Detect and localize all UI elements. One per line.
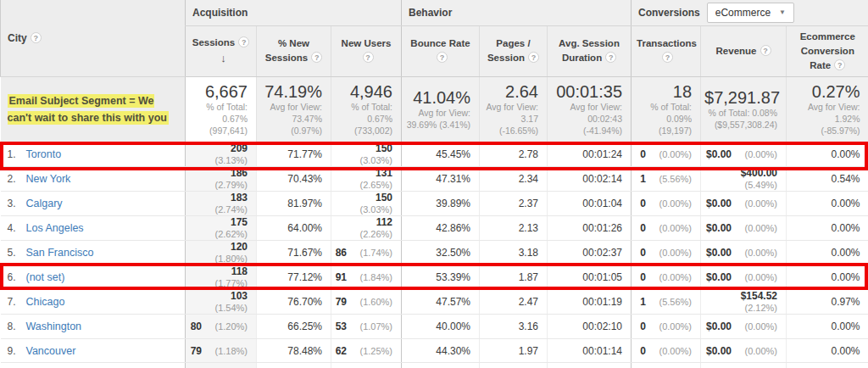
- help-icon[interactable]: ?: [31, 32, 42, 43]
- sessions-cell: 80(1.20%): [186, 315, 257, 339]
- new-users-cell: 112(2.26%): [331, 216, 402, 241]
- sort-descending-icon[interactable]: ↓: [220, 52, 226, 64]
- new-sessions-cell: 66.25%: [257, 315, 331, 339]
- city-link[interactable]: New York: [26, 173, 71, 185]
- new-sessions-cell: 71.77%: [257, 142, 331, 167]
- transactions-cell: 1(5.56%): [632, 167, 701, 192]
- help-icon[interactable]: ?: [760, 45, 771, 56]
- city-link[interactable]: Washington: [26, 321, 82, 332]
- avg-session-duration-cell: 00:02:37: [548, 241, 632, 265]
- city-link[interactable]: Los Angeles: [26, 222, 84, 234]
- conversions-dropdown[interactable]: eCommerce ▼: [707, 3, 794, 23]
- column-header-avg-session-duration[interactable]: Avg. Session Duration?: [548, 25, 632, 77]
- chevron-down-icon: ▼: [779, 8, 786, 16]
- row-rank: 9.: [8, 345, 26, 357]
- bounce-rate-cell: 47.14%: [402, 363, 480, 368]
- bounce-rate-cell: 42.86%: [402, 216, 480, 241]
- revenue-cell: $0.00(0.00%): [701, 338, 787, 363]
- sessions-cell: 209(3.13%): [186, 142, 257, 167]
- new-users-cell: 62(1.25%): [331, 338, 402, 363]
- new-sessions-cell: 77.12%: [257, 265, 331, 290]
- bounce-rate-cell: 40.00%: [402, 315, 480, 339]
- column-header-sessions[interactable]: Sessions?↓: [186, 25, 257, 77]
- pages-session-cell: 2.26: [480, 363, 548, 368]
- ga-data-table: City? Acquisition Behavior Conversions e…: [0, 0, 868, 368]
- city-link[interactable]: Vancouver: [26, 345, 76, 357]
- new-sessions-cell: 70.43%: [257, 167, 331, 192]
- summary-metric-pages-session: 2.64Avg for View: 3.17 (-16.65%): [480, 77, 548, 142]
- table-row-washington: 8.Washington80(1.20%)66.25%53(1.07%)40.0…: [1, 315, 868, 339]
- city-cell: 9.Vancouver: [1, 338, 186, 363]
- column-header-pages-session[interactable]: Pages / Session?: [480, 25, 548, 77]
- bounce-rate-cell: 47.57%: [402, 290, 480, 315]
- help-icon[interactable]: ?: [834, 59, 845, 70]
- bounce-rate-cell: 39.89%: [402, 192, 480, 216]
- column-header-revenue[interactable]: Revenue?: [701, 25, 787, 77]
- group-header-behavior: Behavior: [402, 0, 632, 25]
- ecommerce-conversion-rate-cell: 0.00%: [787, 216, 868, 241]
- summary-metric-new-users: 4,946% of Total: 0.67% (733,002): [331, 77, 402, 142]
- table-row-houston: 10.Houston70(1.05%)74.29%52(1.05%)47.14%…: [1, 363, 868, 368]
- bounce-rate-cell: 32.50%: [402, 241, 480, 265]
- revenue-cell: $154.52(2.12%): [701, 290, 787, 315]
- column-header-bounce-rate[interactable]: Bounce Rate?: [402, 25, 480, 77]
- pages-session-cell: 2.13: [480, 216, 548, 241]
- column-header-new-users[interactable]: New Users?: [331, 25, 402, 77]
- sessions-cell: 103(1.54%): [186, 290, 257, 315]
- help-icon[interactable]: ?: [528, 52, 539, 63]
- new-users-cell: 131(2.65%): [331, 167, 402, 192]
- column-header-new-sessions[interactable]: % New Sessions?: [257, 25, 331, 77]
- help-icon[interactable]: ?: [662, 52, 673, 63]
- summary-metric-transactions: 18% of Total: 0.09% (19,197): [632, 77, 701, 142]
- city-link[interactable]: Calgary: [26, 198, 63, 209]
- transactions-cell: 0(0.00%): [632, 363, 701, 368]
- avg-session-duration-cell: 00:02:10: [548, 315, 632, 339]
- summary-metric-ecommerce-conversion-rate: 0.27%Avg for View: 1.92% (-85.97%): [787, 77, 868, 142]
- column-header-ecommerce-conversion-rate[interactable]: Ecommerce Conversion Rate?: [787, 25, 868, 77]
- summary-metric-revenue: $7,291.87% of Total: 0.08% ($9,557,308.2…: [701, 77, 787, 142]
- city-link[interactable]: Toronto: [26, 148, 62, 160]
- help-icon[interactable]: ?: [238, 36, 249, 47]
- sessions-cell: 120(1.80%): [186, 241, 257, 265]
- pages-session-cell: 3.16: [480, 315, 548, 339]
- segment-highlight-note: Email Subject Segment = We can't wait to…: [8, 94, 169, 125]
- transactions-cell: 0(0.00%): [632, 192, 701, 216]
- transactions-cell: 0(0.00%): [632, 338, 701, 363]
- new-sessions-cell: 81.97%: [257, 192, 331, 216]
- revenue-cell: $0.00(0.00%): [701, 363, 787, 368]
- bounce-rate-cell: 53.39%: [402, 265, 480, 290]
- row-rank: 6.: [8, 271, 26, 283]
- transactions-cell: 0(0.00%): [632, 241, 701, 265]
- sessions-cell: 175(2.62%): [186, 216, 257, 241]
- help-icon[interactable]: ?: [605, 52, 616, 63]
- group-header-acquisition: Acquisition: [186, 0, 402, 25]
- city-link[interactable]: Chicago: [26, 296, 65, 308]
- new-users-cell: 52(1.05%): [331, 363, 402, 368]
- conversions-dropdown-value: eCommerce: [715, 7, 771, 19]
- ecommerce-conversion-rate-cell: 0.00%: [787, 192, 868, 216]
- row-rank: 5.: [8, 247, 26, 259]
- city-cell: 7.Chicago: [1, 290, 186, 315]
- column-header-transactions[interactable]: Transactions?: [632, 25, 701, 77]
- new-users-cell: 91(1.84%): [331, 265, 402, 290]
- row-rank: 1.: [8, 148, 26, 160]
- avg-session-duration-cell: 00:02:14: [548, 167, 632, 192]
- sessions-cell: 70(1.05%): [186, 363, 257, 368]
- ecommerce-conversion-rate-cell: 0.00%: [787, 338, 868, 363]
- city-link[interactable]: San Francisco: [26, 247, 94, 259]
- new-sessions-cell: 78.48%: [257, 338, 331, 363]
- new-users-cell: 86(1.74%): [331, 241, 402, 265]
- help-icon[interactable]: ?: [363, 52, 374, 63]
- sessions-cell: 183(2.74%): [186, 192, 257, 216]
- city-header-label: City: [8, 32, 27, 44]
- bounce-rate-cell: 45.45%: [402, 142, 480, 167]
- ecommerce-conversion-rate-cell: 0.00%: [787, 241, 868, 265]
- segment-note-cell: Email Subject Segment = We can't wait to…: [1, 77, 186, 142]
- pages-session-cell: 3.18: [480, 241, 548, 265]
- summary-row: Email Subject Segment = We can't wait to…: [1, 77, 868, 142]
- help-icon[interactable]: ?: [311, 52, 322, 63]
- help-icon[interactable]: ?: [437, 52, 448, 63]
- city-link[interactable]: (not set): [26, 271, 65, 283]
- table-row-vancouver: 9.Vancouver79(1.18%)78.48%62(1.25%)44.30…: [1, 338, 868, 363]
- transactions-cell: 1(5.56%): [632, 290, 701, 315]
